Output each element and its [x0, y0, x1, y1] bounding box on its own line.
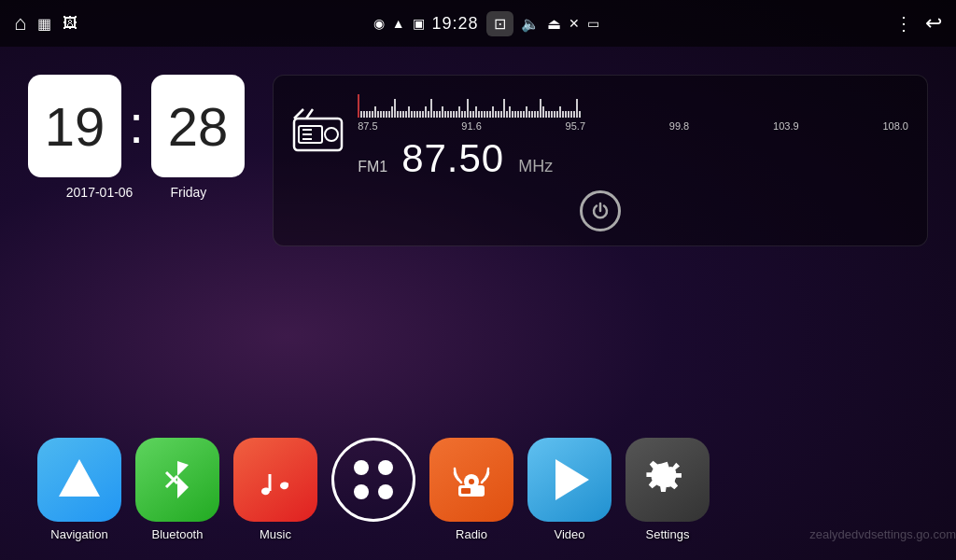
watermark: zealydedvdsettings.go.com [809, 527, 956, 541]
app-label-bluetooth: Bluetooth [152, 527, 204, 541]
radio-device-icon [292, 107, 344, 163]
clock-digits: 19 : 28 [28, 75, 245, 177]
app-icon-settings [626, 438, 710, 522]
app-icon-video [527, 438, 612, 522]
play-arrow-icon [555, 459, 589, 500]
menu-icon[interactable]: ⋮ [894, 12, 914, 35]
svg-rect-0 [294, 119, 342, 150]
close-icon[interactable]: ✕ [569, 16, 580, 31]
app-item-music[interactable]: Music [233, 438, 317, 541]
app-item-radio[interactable]: Radio [429, 438, 513, 541]
clock-day: Friday [170, 185, 206, 200]
scale-label-0: 87.5 [358, 120, 377, 132]
scale-label-4: 103.9 [773, 120, 799, 132]
signal-icon: ▣ [413, 16, 425, 31]
image-icon: 🖼 [63, 15, 77, 32]
radio-freq-display: 87.5 91.6 95.7 99.8 103.9 108.0 FM1 87.5… [358, 90, 908, 181]
app-item-video[interactable]: Video [527, 438, 612, 541]
radio-info-row: FM1 87.50 MHz [358, 136, 908, 181]
dot-2 [378, 460, 393, 475]
svg-point-10 [469, 479, 474, 484]
dot-3 [354, 484, 369, 499]
widgets-row: 19 : 28 2017-01-06 Friday [28, 75, 928, 246]
clock-separator: : [129, 92, 144, 155]
radio-frequency: 87.50 [401, 136, 504, 181]
clock-date-row: 2017-01-06 Friday [66, 185, 207, 200]
clock-date: 2017-01-06 [66, 185, 134, 200]
radio-unit: MHz [518, 157, 553, 176]
scale-label-3: 99.8 [669, 120, 689, 132]
radio-widget[interactable]: 87.5 91.6 95.7 99.8 103.9 108.0 FM1 87.5… [273, 75, 928, 246]
app-item-more[interactable]: more [331, 438, 415, 541]
radio-top: 87.5 91.6 95.7 99.8 103.9 108.0 FM1 87.5… [292, 90, 908, 181]
status-bar: ⌂ ▦ 🖼 ◉ ▲ ▣ 19:28 ⊡ 🔈 ⏏ ✕ ▭ ⋮ ↩ [0, 0, 956, 47]
dot-1 [354, 460, 369, 475]
app-icon-more [331, 438, 415, 522]
clock-widget: 19 : 28 2017-01-06 Friday [28, 75, 245, 200]
app-label-radio: Radio [456, 527, 487, 541]
radio-scale-bar [358, 90, 908, 118]
apps-row: Navigation Bluetooth Music [28, 438, 928, 551]
scale-label-5: 108.0 [882, 120, 908, 132]
location-icon: ◉ [373, 16, 385, 31]
scale-label-2: 95.7 [566, 120, 585, 132]
minus-icon[interactable]: ▭ [587, 16, 599, 31]
app-item-settings[interactable]: Settings [626, 438, 710, 541]
app-icon-music [233, 438, 317, 522]
app-icon-radio [429, 438, 513, 522]
status-bar-right: ⋮ ↩ [894, 11, 942, 35]
svg-point-2 [325, 128, 338, 141]
back-icon[interactable]: ↩ [925, 11, 942, 35]
home-icon[interactable]: ⌂ [14, 11, 26, 35]
svg-rect-12 [461, 488, 471, 494]
card-icon: ▦ [37, 15, 51, 33]
scale-label-1: 91.6 [461, 120, 481, 132]
app-label-music: Music [260, 527, 291, 541]
radio-scale-labels: 87.5 91.6 95.7 99.8 103.9 108.0 [358, 120, 908, 132]
dot-4 [378, 484, 393, 499]
radio-scale: 87.5 91.6 95.7 99.8 103.9 108.0 [358, 90, 908, 132]
volume-icon[interactable]: 🔈 [521, 15, 540, 33]
app-label-navigation: Navigation [50, 527, 107, 541]
clock-hour: 19 [28, 75, 121, 177]
radio-band: FM1 [358, 159, 387, 175]
app-item-navigation[interactable]: Navigation [37, 438, 121, 541]
navigation-arrow-icon [59, 459, 100, 497]
app-label-settings: Settings [646, 527, 690, 541]
main-content: 19 : 28 2017-01-06 Friday [0, 47, 956, 560]
eject-icon[interactable]: ⏏ [547, 15, 561, 33]
status-bar-center: ◉ ▲ ▣ 19:28 ⊡ 🔈 ⏏ ✕ ▭ [77, 11, 894, 36]
svg-line-3 [294, 109, 303, 119]
app-icon-navigation [37, 438, 121, 522]
app-item-bluetooth[interactable]: Bluetooth [135, 438, 219, 541]
status-bar-left: ⌂ ▦ 🖼 [14, 11, 77, 35]
camera-button[interactable]: ⊡ [486, 11, 513, 36]
radio-power-button[interactable] [580, 190, 621, 231]
app-icon-bluetooth [135, 438, 219, 522]
radio-power-row [292, 190, 908, 231]
status-time: 19:28 [432, 14, 479, 34]
app-label-video: Video [554, 527, 584, 541]
four-dots-icon [354, 460, 393, 499]
clock-minute: 28 [151, 75, 245, 177]
svg-line-4 [306, 109, 313, 119]
wifi-icon: ▲ [392, 16, 405, 31]
